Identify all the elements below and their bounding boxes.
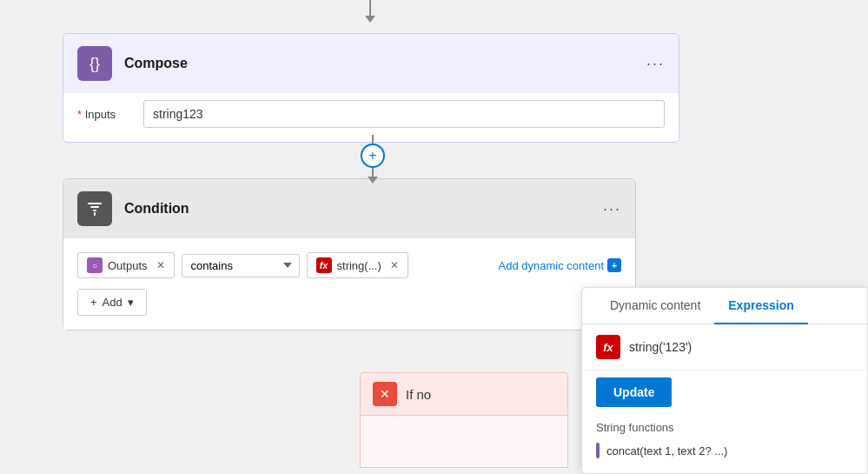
connector-line-top [372, 135, 374, 144]
arrow-head [365, 16, 375, 23]
svg-rect-1 [90, 206, 99, 208]
add-dynamic-label: Add dynamic content [499, 259, 604, 272]
inputs-label: * Inputs [77, 108, 129, 121]
add-plus-icon: + [90, 296, 97, 309]
svg-rect-2 [93, 210, 96, 211]
add-dynamic-button[interactable]: Add dynamic content + [499, 258, 621, 272]
condition-more-button[interactable]: ··· [603, 200, 621, 218]
dynamic-badge: + [607, 258, 621, 272]
tab-expression[interactable]: Expression [714, 288, 807, 324]
if-no-label: If no [406, 387, 431, 402]
svg-rect-0 [88, 203, 102, 204]
condition-row: ○ Outputs ✕ contains does not contain eq… [77, 252, 621, 278]
tab-dynamic-label: Dynamic content [610, 298, 700, 312]
compose-header: {} Compose ··· [63, 34, 679, 93]
string-functions-label: String functions [582, 414, 867, 437]
fx-icon: fx [316, 257, 332, 273]
condition-body: ○ Outputs ✕ contains does not contain eq… [63, 238, 635, 330]
expression-row: fx [582, 324, 867, 371]
if-no-body [360, 416, 568, 468]
string-close[interactable]: ✕ [390, 259, 399, 271]
contains-select[interactable]: contains does not contain equals not equ… [182, 254, 300, 277]
inputs-row: * Inputs [77, 100, 665, 128]
tab-dynamic-content[interactable]: Dynamic content [596, 288, 714, 324]
connector-line-bottom [372, 168, 374, 177]
expression-input[interactable] [629, 340, 853, 354]
fx-label-icon: fx [596, 335, 620, 359]
concat-row[interactable]: concat(text 1, text 2? ...) [582, 437, 867, 464]
compose-more-button[interactable]: ··· [646, 55, 665, 73]
condition-icon [77, 191, 112, 226]
connector-area: + [361, 135, 385, 184]
compose-icon-symbol: {} [89, 55, 100, 73]
required-star: * [77, 108, 82, 121]
concat-label: concat(text 1, text 2? ...) [606, 444, 727, 457]
concat-color-bar [596, 443, 600, 458]
right-panel: Dynamic content Expression fx Update Str… [581, 287, 868, 474]
add-icon: + [368, 148, 376, 164]
condition-header: Condition ··· [63, 179, 635, 238]
panel-tabs: Dynamic content Expression [582, 288, 867, 324]
condition-block: Condition ··· ○ Outputs ✕ contains does … [63, 178, 636, 330]
compose-title: Compose [124, 56, 646, 71]
compose-block: {} Compose ··· * Inputs [63, 33, 679, 143]
tab-expression-label: Expression [728, 298, 793, 312]
outputs-icon-symbol: ○ [92, 261, 97, 270]
outputs-close[interactable]: ✕ [156, 259, 165, 271]
svg-rect-3 [94, 212, 96, 216]
arrow-line [369, 0, 371, 16]
compose-icon: {} [77, 46, 112, 81]
if-no-section: ✕ If no [360, 372, 568, 468]
if-no-x-icon: ✕ [373, 382, 397, 406]
outputs-tag[interactable]: ○ Outputs ✕ [77, 252, 175, 278]
string-tag-label: string(...) [337, 259, 381, 272]
add-step-button[interactable]: + [361, 144, 385, 168]
if-no-header: ✕ If no [360, 372, 568, 416]
condition-title: Condition [124, 201, 603, 217]
inputs-field[interactable] [143, 100, 665, 128]
outputs-icon: ○ [87, 257, 103, 273]
condition-icon-svg [86, 200, 103, 217]
add-condition-button[interactable]: + Add ▾ [77, 289, 147, 316]
add-label: Add [103, 296, 123, 309]
inputs-label-text: Inputs [85, 108, 116, 121]
string-tag[interactable]: fx string(...) ✕ [307, 252, 408, 278]
update-button[interactable]: Update [596, 377, 672, 407]
outputs-label: Outputs [108, 259, 148, 272]
top-arrow [365, 0, 375, 23]
connector-arrow [368, 177, 378, 184]
add-chevron-icon: ▾ [128, 296, 134, 309]
